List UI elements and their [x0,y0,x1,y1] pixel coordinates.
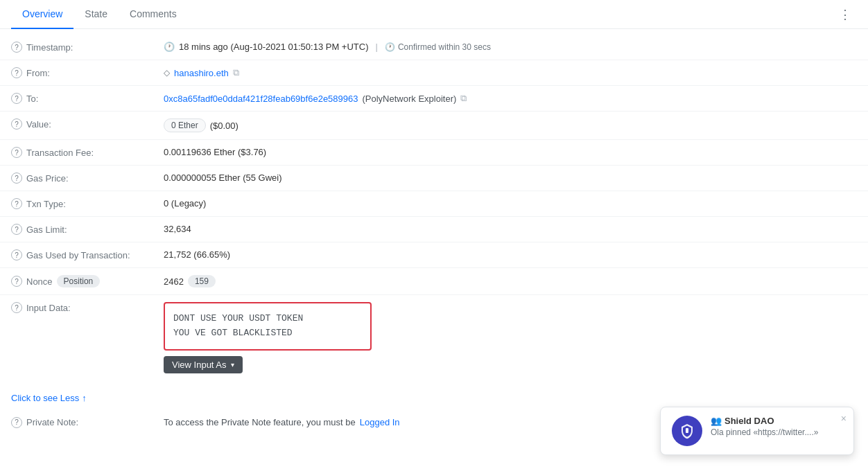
input-data-box: DONT USE YOUR USDT TOKEN YOU VE GOT BLAC… [164,302,372,351]
gas-limit-label: ? Gas Limit: [11,224,164,235]
timestamp-value: 🕐 18 mins ago (Aug-10-2021 01:50:13 PM +… [164,42,857,52]
txfee-help-icon[interactable]: ? [11,147,22,158]
value-label: ? Value: [11,118,164,130]
arrow-up-icon: ↑ [82,393,87,403]
overview-content: ? Timestamp: 🕐 18 mins ago (Aug-10-2021 … [0,29,868,386]
notification-text: Ola pinned «https://twitter....» [711,427,842,435]
privatenote-help-icon[interactable]: ? [11,417,22,428]
nonce-help-icon[interactable]: ? [11,276,22,287]
transaction-fee-value: 0.00119636 Ether ($3.76) [164,147,857,157]
svg-rect-1 [686,428,688,431]
nonce-value: 2462 159 [164,275,857,287]
timestamp-help-icon[interactable]: ? [11,42,22,53]
check-icon: 🕐 [385,42,395,52]
clock-icon: 🕐 [164,42,175,52]
notification-popup: × 👥 Shield DAO Ola pinned «https://twitt… [660,407,854,435]
tab-overview[interactable]: Overview [11,0,73,29]
notification-title: 👥 Shield DAO [711,416,842,426]
separator: | [376,42,378,52]
nonce-position-badge: Position [57,275,101,287]
gas-limit-row: ? Gas Limit: 32,634 [0,217,868,242]
input-data-line1: DONT USE YOUR USDT TOKEN [173,312,362,326]
gas-limit-value: 32,634 [164,224,857,234]
gas-price-row: ? Gas Price: 0.000000055 Ether (55 Gwei) [0,166,868,191]
value-amount: 0 Ether ($0.00) [164,118,857,132]
timestamp-row: ? Timestamp: 🕐 18 mins ago (Aug-10-2021 … [0,35,868,60]
gas-price-label: ? Gas Price: [11,172,164,184]
to-address-link[interactable]: 0xc8a65fadf0e0ddaf421f28feab69bf6e2e5899… [164,94,358,104]
input-data-container: DONT USE YOUR USDT TOKEN YOU VE GOT BLAC… [164,302,857,373]
confirmed-badge: 🕐 Confirmed within 30 secs [385,42,491,52]
gas-used-row: ? Gas Used by Transaction: 21,752 (66.65… [0,242,868,268]
value-badge: 0 Ether [164,118,206,132]
gas-used-value: 21,752 (66.65%) [164,249,857,260]
input-data-line2: YOU VE GOT BLACKLISTED [173,326,362,341]
transaction-fee-label: ? Transaction Fee: [11,147,164,158]
from-label: ? From: [11,67,164,78]
input-data-label: ? Input Data: [11,302,164,313]
gas-price-value: 0.000000055 Ether (55 Gwei) [164,172,857,183]
transaction-fee-row: ? Transaction Fee: 0.00119636 Ether ($3.… [0,140,868,166]
to-row: ? To: 0xc8a65fadf0e0ddaf421f28feab69bf6e… [0,86,868,112]
tab-state[interactable]: State [73,0,119,29]
copy-to-icon[interactable]: ⧉ [460,93,467,104]
tab-bar: Overview State Comments ⋮ [0,0,868,29]
shield-dao-avatar [672,416,702,435]
txn-type-value: 0 (Legacy) [164,198,857,209]
private-note-label: ? Private Note: [11,417,164,428]
logged-in-link[interactable]: Logged In [360,417,400,427]
txn-type-row: ? Txn Type: 0 (Legacy) [0,191,868,217]
view-input-button[interactable]: View Input As ▾ [164,356,243,373]
gas-used-label: ? Gas Used by Transaction: [11,249,164,260]
from-value: ◇ hanashiro.eth ⧉ [164,67,857,78]
value-row: ? Value: 0 Ether ($0.00) [0,112,868,140]
more-options-icon[interactable]: ⋮ [833,1,857,28]
shield-icon [679,423,695,435]
txntype-help-icon[interactable]: ? [11,198,22,209]
inputdata-help-icon[interactable]: ? [11,302,22,313]
people-icon: 👥 [711,416,722,426]
gaslimit-help-icon[interactable]: ? [11,224,22,235]
input-data-row: ? Input Data: DONT USE YOUR USDT TOKEN Y… [0,295,868,380]
to-label: ? To: [11,93,164,104]
chevron-down-icon: ▾ [231,361,234,369]
txn-type-label: ? Txn Type: [11,198,164,209]
copy-from-icon[interactable]: ⧉ [233,67,239,78]
from-row: ? From: ◇ hanashiro.eth ⧉ [0,60,868,86]
nonce-position-value: 159 [188,275,216,287]
notification-content: 👥 Shield DAO Ola pinned «https://twitter… [711,416,842,435]
gasprice-help-icon[interactable]: ? [11,172,22,184]
from-address-link[interactable]: hanashiro.eth [174,68,229,78]
contract-icon: ◇ [164,68,170,78]
click-less-link[interactable]: Click to see Less ↑ [11,393,87,403]
from-help-icon[interactable]: ? [11,67,22,78]
nonce-label: ? Nonce Position [11,275,164,287]
timestamp-label: ? Timestamp: [11,42,164,53]
to-value: 0xc8a65fadf0e0ddaf421f28feab69bf6e2e5899… [164,93,857,104]
notification-close-icon[interactable]: × [841,413,847,424]
tab-comments[interactable]: Comments [119,0,188,29]
gasused-help-icon[interactable]: ? [11,249,22,260]
nonce-row: ? Nonce Position 2462 159 [0,268,868,295]
to-help-icon[interactable]: ? [11,93,22,104]
value-help-icon[interactable]: ? [11,118,22,130]
